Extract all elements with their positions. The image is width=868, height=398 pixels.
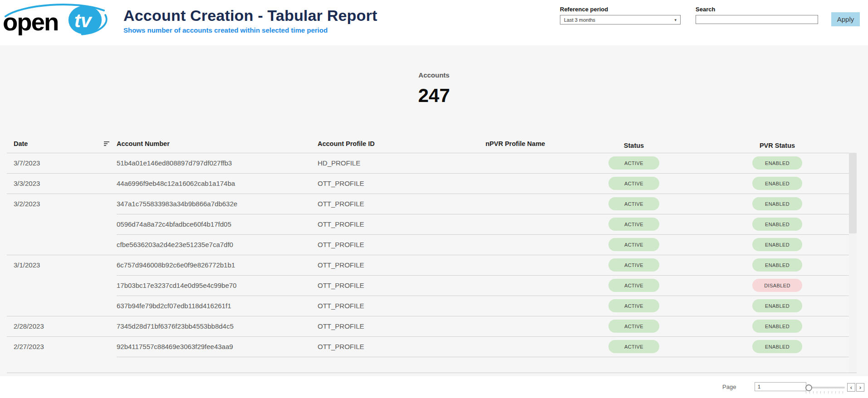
cell-date: 3/2/2023	[14, 200, 117, 208]
slider-ticks	[806, 391, 843, 393]
cell-account-profile-id: OTT_PROFILE	[318, 322, 485, 330]
page-label: Page	[722, 383, 736, 390]
apply-button[interactable]: Apply	[831, 12, 860, 26]
sort-descending-icon[interactable]	[104, 141, 109, 146]
report-titles: Account Creation - Tabular Report Shows …	[123, 7, 377, 34]
status-badge: ACTIVE	[608, 340, 659, 353]
slider-knob[interactable]	[805, 384, 812, 391]
pvr-status-badge: ENABLED	[752, 218, 802, 231]
status-badge: ACTIVE	[608, 320, 659, 333]
pvr-status-badge: ENABLED	[752, 238, 802, 251]
cell-account-profile-id: OTT_PROFILE	[318, 302, 485, 310]
table-row[interactable]: 3/1/2023 6c757d946008b92c6e0f9e826772b1b…	[0, 255, 868, 275]
reference-period-select[interactable]: Last 3 months ▾	[560, 15, 681, 24]
search-input[interactable]	[696, 15, 818, 24]
table-row[interactable]: 3/3/2023 44a6996f9eb48c12a16062cab1a174b…	[0, 173, 868, 194]
pvr-status-badge: ENABLED	[752, 258, 802, 272]
table-row[interactable]: 2/27/2023 92b4117557c88469e3063f29fee43a…	[0, 336, 868, 357]
cell-account-number: 347a1c755833983a34b9b866a7db632e	[117, 200, 318, 208]
cell-account-number: 7345d28d71bf6376f23bb4553bb8d4c5	[117, 322, 318, 330]
cell-date: 3/3/2023	[14, 180, 117, 187]
app-header: open tv Account Creation - Tabular Repor…	[0, 0, 868, 45]
status-badge: ACTIVE	[608, 156, 659, 170]
cell-account-profile-id: OTT_PROFILE	[318, 282, 485, 289]
status-badge: ACTIVE	[608, 177, 659, 190]
cell-account-profile-id: OTT_PROFILE	[318, 200, 485, 208]
next-page-button[interactable]: ›	[856, 383, 864, 392]
table-row[interactable]: 3/2/2023 347a1c755833983a34b9b866a7db632…	[0, 194, 868, 214]
cell-date: 3/1/2023	[14, 261, 117, 269]
column-header-npvr-profile-name[interactable]: nPVR Profile Name	[485, 140, 608, 147]
pvr-status-badge: ENABLED	[752, 299, 802, 312]
column-header-account-number[interactable]: Account Number	[117, 140, 318, 147]
table-row[interactable]: cfbe5636203a2d4e23e51235e7ca7df0 OTT_PRO…	[0, 234, 868, 255]
column-header-pvr-status[interactable]: PVR Status	[752, 142, 802, 149]
cell-account-profile-id: HD_PROFILE	[318, 159, 485, 167]
search-label: Search	[696, 6, 818, 13]
cell-account-profile-id: OTT_PROFILE	[318, 241, 485, 248]
table-row[interactable]: 17b03bc17e3237cd14e0d95e4c99be70 OTT_PRO…	[0, 275, 868, 296]
status-badge: ACTIVE	[608, 299, 659, 312]
reference-period-control: Reference period Last 3 months ▾	[560, 6, 681, 24]
column-header-date-label: Date	[14, 140, 28, 147]
column-header-account-profile-id[interactable]: Account Profile ID	[318, 140, 485, 147]
page-slider[interactable]	[805, 383, 845, 395]
pvr-status-badge: ENABLED	[752, 156, 802, 170]
pvr-status-badge: ENABLED	[752, 320, 802, 333]
page-subtitle: Shows number of accounts created within …	[123, 26, 377, 34]
table-rows-end-divider	[117, 357, 857, 357]
cell-account-number: 51b4a01e146ed808897d797df027ffb3	[117, 159, 318, 167]
cell-account-profile-id: OTT_PROFILE	[318, 180, 485, 187]
opentv-logo: open tv	[3, 3, 111, 35]
cell-account-number: 637b94fe79bd2cf07edb118d416261f1	[117, 302, 318, 310]
table-row[interactable]: 0596d74a8a72c4bfadbce60f4b17fd05 OTT_PRO…	[0, 214, 868, 234]
table-body: 3/7/2023 51b4a01e146ed808897d797df027ffb…	[0, 153, 868, 357]
pvr-status-badge: ENABLED	[752, 197, 802, 210]
page-number-input[interactable]	[755, 382, 806, 391]
chevron-down-icon: ▾	[674, 18, 677, 22]
cell-date: 2/28/2023	[14, 322, 117, 330]
table-header-row: Date Account Number Account Profile ID n…	[0, 134, 868, 153]
cell-account-profile-id: OTT_PROFILE	[318, 343, 485, 350]
logo-text-open: open	[3, 8, 58, 35]
cell-date: 2/27/2023	[14, 343, 117, 350]
status-badge: ACTIVE	[608, 218, 659, 231]
pvr-status-badge: ENABLED	[752, 177, 802, 190]
cell-account-number: 0596d74a8a72c4bfadbce60f4b17fd05	[117, 220, 318, 228]
table-bottom-divider	[7, 373, 857, 373]
table-scrollbar[interactable]	[849, 153, 857, 373]
search-control: Search	[696, 6, 818, 24]
column-header-status[interactable]: Status	[608, 142, 659, 149]
table-row[interactable]: 2/28/2023 7345d28d71bf6376f23bb4553bb8d4…	[0, 316, 868, 336]
accounts-card-label: Accounts	[0, 71, 868, 79]
cell-date: 3/7/2023	[14, 159, 117, 167]
report-panel: Accounts 247 Date Account Number Account…	[0, 45, 868, 376]
scrollbar-thumb[interactable]	[849, 153, 857, 233]
pvr-status-badge: ENABLED	[752, 340, 802, 353]
slider-track[interactable]	[809, 387, 845, 388]
page-title: Account Creation - Tabular Report	[123, 7, 377, 24]
status-badge: ACTIVE	[608, 238, 659, 251]
status-badge: ACTIVE	[608, 258, 659, 272]
cell-account-number: 44a6996f9eb48c12a16062cab1a174ba	[117, 180, 318, 187]
reference-period-label: Reference period	[560, 6, 681, 13]
cell-account-profile-id: OTT_PROFILE	[318, 261, 485, 269]
accounts-summary-card: Accounts 247	[0, 71, 868, 107]
pvr-status-badge: DISABLED	[752, 279, 802, 292]
status-badge: ACTIVE	[608, 197, 659, 210]
prev-page-button[interactable]: ‹	[847, 383, 855, 392]
cell-account-number: 92b4117557c88469e3063f29fee43aa9	[117, 343, 318, 350]
cell-account-profile-id: OTT_PROFILE	[318, 220, 485, 228]
table-row[interactable]: 3/7/2023 51b4a01e146ed808897d797df027ffb…	[0, 153, 868, 173]
table-row[interactable]: 637b94fe79bd2cf07edb118d416261f1 OTT_PRO…	[0, 296, 868, 316]
status-badge: ACTIVE	[608, 279, 659, 292]
column-header-date[interactable]: Date	[14, 140, 117, 147]
logo-text-tv: tv	[74, 10, 93, 31]
cell-account-number: 6c757d946008b92c6e0f9e826772b1b1	[117, 261, 318, 269]
reference-period-value: Last 3 months	[564, 17, 595, 23]
cell-account-number: 17b03bc17e3237cd14e0d95e4c99be70	[117, 282, 318, 289]
accounts-count: 247	[0, 85, 868, 107]
cell-account-number: cfbe5636203a2d4e23e51235e7ca7df0	[117, 241, 318, 248]
